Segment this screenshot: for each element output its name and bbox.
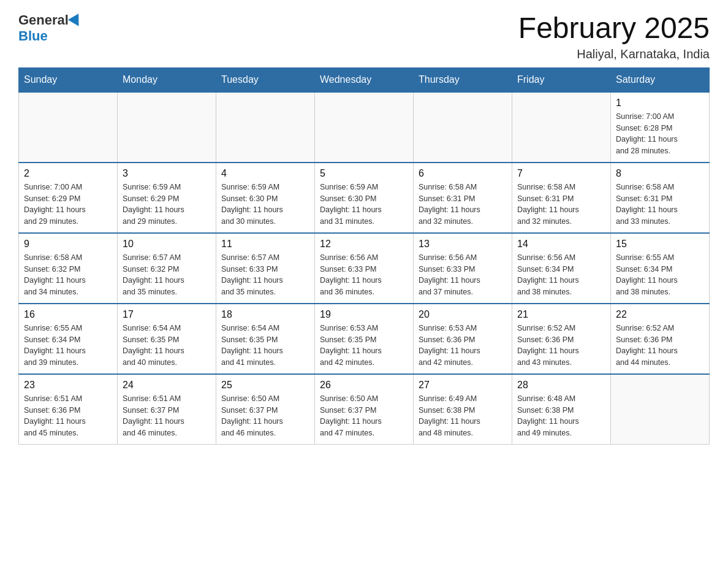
day-info: Sunrise: 7:00 AM Sunset: 6:29 PM Dayligh… [24,182,112,228]
calendar-title: February 2025 [518,12,710,45]
day-number: 20 [419,309,507,320]
calendar-cell: 28Sunrise: 6:48 AM Sunset: 6:38 PM Dayli… [512,374,611,445]
calendar-cell: 16Sunrise: 6:55 AM Sunset: 6:34 PM Dayli… [19,304,118,374]
day-number: 27 [419,380,507,391]
day-number: 2 [24,168,112,179]
day-info: Sunrise: 6:59 AM Sunset: 6:30 PM Dayligh… [320,182,408,228]
day-number: 12 [320,239,408,250]
weekday-header-thursday: Thursday [414,67,512,92]
logo-general-text: General [18,12,82,28]
day-number: 22 [616,309,704,320]
day-number: 28 [517,380,605,391]
calendar-cell: 22Sunrise: 6:52 AM Sunset: 6:36 PM Dayli… [611,304,710,374]
day-number: 18 [221,309,309,320]
day-info: Sunrise: 6:59 AM Sunset: 6:29 PM Dayligh… [123,182,211,228]
day-number: 4 [221,168,309,179]
day-info: Sunrise: 6:52 AM Sunset: 6:36 PM Dayligh… [517,323,605,369]
calendar-cell [216,92,315,163]
page-header: General Blue February 2025 Haliyal, Karn… [18,12,710,61]
calendar-cell: 4Sunrise: 6:59 AM Sunset: 6:30 PM Daylig… [216,163,315,233]
day-number: 8 [616,168,704,179]
day-info: Sunrise: 6:56 AM Sunset: 6:33 PM Dayligh… [320,252,408,298]
day-number: 15 [616,239,704,250]
day-info: Sunrise: 6:51 AM Sunset: 6:37 PM Dayligh… [123,393,211,439]
day-number: 21 [517,309,605,320]
day-info: Sunrise: 6:54 AM Sunset: 6:35 PM Dayligh… [123,323,211,369]
calendar-cell: 19Sunrise: 6:53 AM Sunset: 6:35 PM Dayli… [315,304,414,374]
calendar-cell: 15Sunrise: 6:55 AM Sunset: 6:34 PM Dayli… [611,233,710,304]
calendar-week-row: 1Sunrise: 7:00 AM Sunset: 6:28 PM Daylig… [19,92,710,163]
weekday-header-sunday: Sunday [19,67,118,92]
calendar-week-row: 23Sunrise: 6:51 AM Sunset: 6:36 PM Dayli… [19,374,710,445]
weekday-header-friday: Friday [512,67,611,92]
calendar-week-row: 2Sunrise: 7:00 AM Sunset: 6:29 PM Daylig… [19,163,710,233]
day-number: 16 [24,309,112,320]
weekday-header-saturday: Saturday [611,67,710,92]
logo-arrow-icon [68,13,84,29]
day-number: 5 [320,168,408,179]
day-number: 24 [123,380,211,391]
day-number: 1 [616,98,704,109]
calendar-table: SundayMondayTuesdayWednesdayThursdayFrid… [18,67,710,445]
calendar-cell: 23Sunrise: 6:51 AM Sunset: 6:36 PM Dayli… [19,374,118,445]
day-info: Sunrise: 6:53 AM Sunset: 6:36 PM Dayligh… [419,323,507,369]
day-info: Sunrise: 6:52 AM Sunset: 6:36 PM Dayligh… [616,323,704,369]
day-info: Sunrise: 6:58 AM Sunset: 6:31 PM Dayligh… [517,182,605,228]
weekday-header-row: SundayMondayTuesdayWednesdayThursdayFrid… [19,67,710,92]
calendar-cell [512,92,611,163]
day-number: 26 [320,380,408,391]
logo: General Blue [18,12,82,44]
calendar-week-row: 16Sunrise: 6:55 AM Sunset: 6:34 PM Dayli… [19,304,710,374]
day-info: Sunrise: 6:49 AM Sunset: 6:38 PM Dayligh… [419,393,507,439]
day-info: Sunrise: 6:59 AM Sunset: 6:30 PM Dayligh… [221,182,309,228]
day-info: Sunrise: 6:57 AM Sunset: 6:32 PM Dayligh… [123,252,211,298]
calendar-cell: 6Sunrise: 6:58 AM Sunset: 6:31 PM Daylig… [414,163,512,233]
day-info: Sunrise: 6:51 AM Sunset: 6:36 PM Dayligh… [24,393,112,439]
day-number: 23 [24,380,112,391]
day-info: Sunrise: 6:58 AM Sunset: 6:31 PM Dayligh… [616,182,704,228]
calendar-cell: 21Sunrise: 6:52 AM Sunset: 6:36 PM Dayli… [512,304,611,374]
logo-blue-text: Blue [18,28,48,44]
calendar-cell [315,92,414,163]
day-info: Sunrise: 6:54 AM Sunset: 6:35 PM Dayligh… [221,323,309,369]
calendar-cell: 12Sunrise: 6:56 AM Sunset: 6:33 PM Dayli… [315,233,414,304]
day-info: Sunrise: 6:57 AM Sunset: 6:33 PM Dayligh… [221,252,309,298]
day-info: Sunrise: 6:50 AM Sunset: 6:37 PM Dayligh… [320,393,408,439]
day-number: 19 [320,309,408,320]
day-info: Sunrise: 6:56 AM Sunset: 6:33 PM Dayligh… [419,252,507,298]
day-number: 17 [123,309,211,320]
day-info: Sunrise: 6:48 AM Sunset: 6:38 PM Dayligh… [517,393,605,439]
calendar-subtitle: Haliyal, Karnataka, India [518,47,710,61]
day-number: 10 [123,239,211,250]
calendar-cell: 26Sunrise: 6:50 AM Sunset: 6:37 PM Dayli… [315,374,414,445]
calendar-cell: 25Sunrise: 6:50 AM Sunset: 6:37 PM Dayli… [216,374,315,445]
calendar-cell: 1Sunrise: 7:00 AM Sunset: 6:28 PM Daylig… [611,92,710,163]
day-info: Sunrise: 7:00 AM Sunset: 6:28 PM Dayligh… [616,111,704,157]
calendar-week-row: 9Sunrise: 6:58 AM Sunset: 6:32 PM Daylig… [19,233,710,304]
day-info: Sunrise: 6:55 AM Sunset: 6:34 PM Dayligh… [616,252,704,298]
day-number: 6 [419,168,507,179]
weekday-header-monday: Monday [118,67,216,92]
calendar-cell: 7Sunrise: 6:58 AM Sunset: 6:31 PM Daylig… [512,163,611,233]
day-info: Sunrise: 6:50 AM Sunset: 6:37 PM Dayligh… [221,393,309,439]
calendar-cell: 3Sunrise: 6:59 AM Sunset: 6:29 PM Daylig… [118,163,216,233]
day-info: Sunrise: 6:53 AM Sunset: 6:35 PM Dayligh… [320,323,408,369]
calendar-cell [414,92,512,163]
day-info: Sunrise: 6:58 AM Sunset: 6:32 PM Dayligh… [24,252,112,298]
day-info: Sunrise: 6:55 AM Sunset: 6:34 PM Dayligh… [24,323,112,369]
calendar-cell [611,374,710,445]
title-block: February 2025 Haliyal, Karnataka, India [518,12,710,61]
calendar-cell: 9Sunrise: 6:58 AM Sunset: 6:32 PM Daylig… [19,233,118,304]
day-number: 11 [221,239,309,250]
calendar-cell: 20Sunrise: 6:53 AM Sunset: 6:36 PM Dayli… [414,304,512,374]
calendar-cell: 14Sunrise: 6:56 AM Sunset: 6:34 PM Dayli… [512,233,611,304]
calendar-cell: 10Sunrise: 6:57 AM Sunset: 6:32 PM Dayli… [118,233,216,304]
calendar-cell: 18Sunrise: 6:54 AM Sunset: 6:35 PM Dayli… [216,304,315,374]
calendar-cell: 13Sunrise: 6:56 AM Sunset: 6:33 PM Dayli… [414,233,512,304]
calendar-cell [118,92,216,163]
calendar-cell: 27Sunrise: 6:49 AM Sunset: 6:38 PM Dayli… [414,374,512,445]
calendar-cell: 5Sunrise: 6:59 AM Sunset: 6:30 PM Daylig… [315,163,414,233]
calendar-cell: 2Sunrise: 7:00 AM Sunset: 6:29 PM Daylig… [19,163,118,233]
day-info: Sunrise: 6:56 AM Sunset: 6:34 PM Dayligh… [517,252,605,298]
weekday-header-tuesday: Tuesday [216,67,315,92]
